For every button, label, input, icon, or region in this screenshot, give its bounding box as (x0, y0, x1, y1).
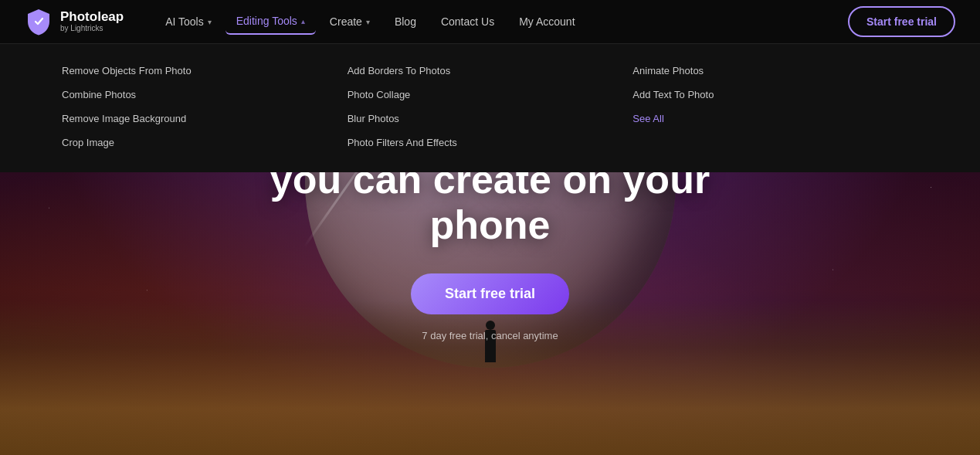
logo[interactable]: Photoleap by Lightricks (25, 8, 124, 36)
nav-right: Start free trial (848, 6, 955, 37)
editing-tools-dropdown: Remove Objects From Photo Combine Photos… (0, 43, 980, 172)
logo-name: Photoleap (60, 10, 124, 25)
link-add-borders[interactable]: Add Borders To Photos (348, 63, 633, 79)
photoleap-icon (25, 8, 53, 36)
nav-item-editing-tools[interactable]: Editing Tools ▴ (226, 8, 316, 35)
link-combine-photos[interactable]: Combine Photos (62, 87, 348, 103)
nav-item-contact[interactable]: Contact Us (430, 9, 505, 34)
hero-sub-label: 7 day free trial, cancel anytime (220, 330, 761, 341)
nav-item-account[interactable]: My Account (508, 9, 585, 34)
link-remove-background[interactable]: Remove Image Background (62, 110, 348, 127)
link-see-all[interactable]: See All (632, 110, 918, 127)
chevron-up-icon: ▴ (301, 17, 305, 25)
chevron-down-icon: ▾ (208, 18, 212, 26)
dropdown-col-1: Remove Objects From Photo Combine Photos… (62, 63, 348, 151)
logo-sub: by Lightricks (60, 24, 124, 33)
link-blur-photos[interactable]: Blur Photos (348, 110, 633, 127)
link-photo-collage[interactable]: Photo Collage (348, 87, 633, 103)
dropdown-col-2: Add Borders To Photos Photo Collage Blur… (348, 63, 633, 151)
dropdown-col-3: Animate Photos Add Text To Photo See All (632, 63, 918, 151)
link-animate-photos[interactable]: Animate Photos (632, 63, 918, 79)
link-crop-image[interactable]: Crop Image (62, 134, 348, 151)
link-photo-filters[interactable]: Photo Filters And Effects (348, 134, 633, 151)
link-add-text[interactable]: Add Text To Photo (632, 87, 918, 103)
nav-item-ai-tools[interactable]: AI Tools ▾ (154, 9, 222, 34)
nav-item-create[interactable]: Create ▾ (319, 9, 381, 34)
hero-start-trial-button[interactable]: Start free trial (411, 273, 569, 314)
chevron-down-icon: ▾ (366, 18, 370, 26)
nav-links: AI Tools ▾ Editing Tools ▴ Create ▾ Blog… (154, 8, 842, 35)
navbar: Photoleap by Lightricks AI Tools ▾ Editi… (0, 0, 980, 43)
dropdown-columns: Remove Objects From Photo Combine Photos… (0, 63, 980, 151)
nav-item-blog[interactable]: Blog (384, 9, 427, 34)
start-free-trial-button[interactable]: Start free trial (848, 6, 955, 37)
link-remove-objects[interactable]: Remove Objects From Photo (62, 63, 348, 79)
